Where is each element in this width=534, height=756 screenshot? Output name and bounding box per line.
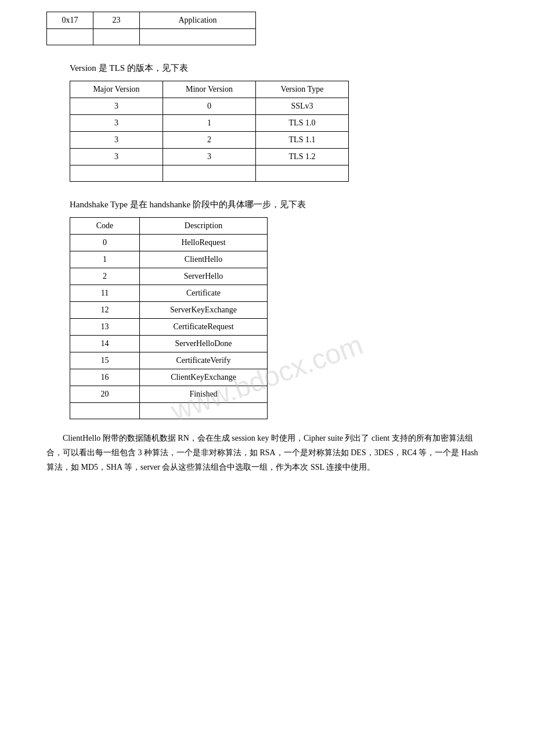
table-row (70, 403, 268, 419)
table-cell: SSLv3 (256, 98, 349, 115)
table-row: 0HelloRequest (70, 235, 268, 251)
table-cell: 3 (70, 149, 163, 165)
table-row: 31TLS 1.0 (70, 115, 349, 132)
table-row: 33TLS 1.2 (70, 149, 349, 165)
col-code: Code (70, 218, 140, 235)
table-cell (70, 165, 163, 182)
table-cell: ClientKeyExchange (140, 369, 268, 386)
table-cell: 0 (163, 98, 256, 115)
table-cell: 13 (70, 319, 140, 336)
version-section: Version 是 TLS 的版本，见下表 Major Version Mino… (46, 63, 488, 182)
col-description: Description (140, 218, 268, 235)
table-cell: 23 (93, 12, 140, 29)
handshake-title: Handshake Type 是在 handshanke 阶段中的具体哪一步，见… (70, 199, 488, 210)
table-cell: TLS 1.2 (256, 149, 349, 165)
table-cell: 3 (70, 132, 163, 149)
table-cell: CertificateRequest (140, 319, 268, 336)
version-table: Major Version Minor Version Version Type… (70, 81, 349, 182)
table-cell: TLS 1.0 (256, 115, 349, 132)
table-cell: ServerKeyExchange (140, 302, 268, 319)
table-row: 13CertificateRequest (70, 319, 268, 336)
table-cell (256, 165, 349, 182)
col-minor-version: Minor Version (163, 81, 256, 98)
table-cell: 3 (70, 115, 163, 132)
table-cell (163, 165, 256, 182)
handshake-table: Code Description 0HelloRequest1ClientHel… (70, 217, 268, 419)
table-row (70, 165, 349, 182)
table-row: 14ServerHelloDone (70, 336, 268, 352)
version-title: Version 是 TLS 的版本，见下表 (70, 63, 488, 74)
table-cell: 3 (163, 149, 256, 165)
col-major-version: Major Version (70, 81, 163, 98)
table-cell (140, 29, 256, 45)
table-cell: Certificate (140, 285, 268, 302)
table-row: 12ServerKeyExchange (70, 302, 268, 319)
table-cell: 15 (70, 352, 140, 369)
table-cell (140, 403, 268, 419)
table-row: 16ClientKeyExchange (70, 369, 268, 386)
table-cell: 16 (70, 369, 140, 386)
table-cell: Finished (140, 386, 268, 403)
table-row: 11Certificate (70, 285, 268, 302)
table-row: 20Finished (70, 386, 268, 403)
table-cell: ClientHello (140, 251, 268, 268)
table-cell: CertificateVerify (140, 352, 268, 369)
table-header-row: Major Version Minor Version Version Type (70, 81, 349, 98)
table-cell: 1 (70, 251, 140, 268)
col-version-type: Version Type (256, 81, 349, 98)
table-cell (93, 29, 140, 45)
table-row: 1ClientHello (70, 251, 268, 268)
top-table-section: 0x17 23 Application (46, 12, 488, 45)
top-table: 0x17 23 Application (46, 12, 256, 45)
table-cell: ServerHelloDone (140, 336, 268, 352)
table-cell: HelloRequest (140, 235, 268, 251)
table-cell: 20 (70, 386, 140, 403)
table-cell: 3 (70, 98, 163, 115)
table-row: 0x17 23 Application (47, 12, 256, 29)
table-row: 32TLS 1.1 (70, 132, 349, 149)
table-header-row: Code Description (70, 218, 268, 235)
table-cell: Application (140, 12, 256, 29)
table-cell (47, 29, 93, 45)
paragraph-text: ClientHello 附带的数据随机数据 RN，会在生成 session ke… (46, 431, 488, 475)
table-cell: 12 (70, 302, 140, 319)
table-cell: 11 (70, 285, 140, 302)
table-cell: 14 (70, 336, 140, 352)
table-row: 15CertificateVerify (70, 352, 268, 369)
table-cell: 0x17 (47, 12, 93, 29)
table-cell: 2 (70, 268, 140, 285)
table-cell: ServerHello (140, 268, 268, 285)
handshake-section: Handshake Type 是在 handshanke 阶段中的具体哪一步，见… (46, 199, 488, 419)
table-cell: 2 (163, 132, 256, 149)
table-cell (70, 403, 140, 419)
table-cell: TLS 1.1 (256, 132, 349, 149)
table-row: 2ServerHello (70, 268, 268, 285)
table-row (47, 29, 256, 45)
table-cell: 0 (70, 235, 140, 251)
table-cell: 1 (163, 115, 256, 132)
table-row: 30SSLv3 (70, 98, 349, 115)
